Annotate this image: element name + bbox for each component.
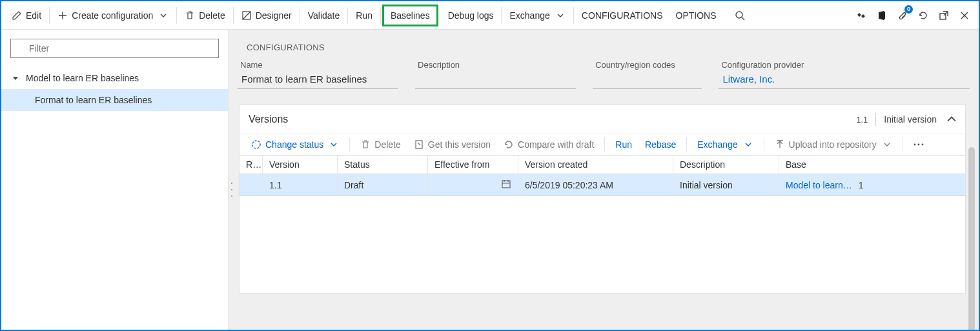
refresh-icon bbox=[918, 10, 928, 21]
version-exchange-label: Exchange bbox=[697, 139, 737, 150]
link-icon bbox=[856, 10, 866, 21]
link-icon-button[interactable] bbox=[853, 8, 869, 23]
configurations-heading: CONFIGURATIONS bbox=[229, 30, 979, 55]
create-configuration-button[interactable]: Create configuration bbox=[51, 6, 175, 25]
cell-status: Draft bbox=[338, 176, 428, 194]
get-version-label: Get this version bbox=[428, 139, 491, 150]
download-icon bbox=[414, 139, 424, 150]
svg-point-6 bbox=[914, 144, 915, 146]
col-status[interactable]: Status bbox=[338, 155, 428, 174]
calendar-icon[interactable] bbox=[501, 179, 511, 189]
version-run-button[interactable]: Run bbox=[609, 137, 638, 152]
version-delete-button[interactable]: Delete bbox=[354, 137, 407, 152]
upload-repo-label: Upload into repository bbox=[789, 139, 877, 150]
svg-point-1 bbox=[736, 12, 742, 18]
grid-empty-area bbox=[240, 196, 965, 293]
toolbar-left: Edit Create configuration Delete Designe… bbox=[5, 5, 853, 26]
designer-button[interactable]: Designer bbox=[235, 6, 298, 25]
version-run-label: Run bbox=[615, 139, 632, 150]
options-label: OPTIONS bbox=[676, 10, 717, 21]
svg-rect-5 bbox=[416, 141, 422, 148]
collapse-versions-icon[interactable] bbox=[947, 116, 956, 123]
rebase-button[interactable]: Rebase bbox=[638, 137, 682, 152]
office-icon bbox=[877, 10, 887, 21]
table-row[interactable]: 1.1 Draft 6/5/2019 05:20:23 AM Initial v… bbox=[240, 174, 965, 196]
tree-node-root[interactable]: Model to learn ER baselines bbox=[1, 67, 228, 89]
versions-grid: R… Version Status Effective from Version… bbox=[240, 155, 965, 196]
compare-label: Compare with draft bbox=[518, 139, 594, 150]
separator bbox=[233, 7, 234, 24]
rebase-label: Rebase bbox=[645, 139, 676, 150]
upload-icon bbox=[775, 139, 785, 150]
delete-label: Delete bbox=[199, 10, 225, 21]
separator bbox=[875, 113, 876, 126]
col-description[interactable]: Description bbox=[673, 155, 779, 174]
value-country[interactable] bbox=[593, 71, 702, 89]
cell-effective bbox=[428, 175, 518, 195]
version-exchange-button[interactable]: Exchange bbox=[691, 137, 759, 152]
more-actions-button[interactable] bbox=[907, 137, 930, 152]
base-version: 1 bbox=[859, 180, 864, 190]
label-description: Description bbox=[415, 60, 576, 70]
change-status-button[interactable]: Change status bbox=[245, 137, 345, 152]
attachments-button[interactable]: 0 bbox=[895, 8, 910, 23]
options-tab[interactable]: OPTIONS bbox=[669, 6, 723, 25]
col-r[interactable]: R… bbox=[240, 155, 263, 174]
debug-logs-button[interactable]: Debug logs bbox=[442, 6, 500, 25]
config-tree: Model to learn ER baselines Format to le… bbox=[1, 67, 228, 111]
baselines-label: Baselines bbox=[391, 10, 430, 21]
col-version[interactable]: Version bbox=[263, 155, 338, 174]
office-icon-button[interactable] bbox=[874, 8, 890, 23]
label-provider: Configuration provider bbox=[719, 60, 970, 70]
plus-icon bbox=[57, 10, 68, 21]
svg-rect-9 bbox=[502, 181, 510, 188]
refresh-button[interactable] bbox=[915, 8, 931, 23]
filter-input[interactable] bbox=[10, 39, 219, 58]
toolbar-right: 0 bbox=[853, 8, 975, 23]
top-toolbar: Edit Create configuration Delete Designe… bbox=[1, 1, 979, 30]
field-description: Description bbox=[415, 60, 576, 89]
chevron-down-icon bbox=[329, 139, 339, 150]
popout-button[interactable] bbox=[936, 8, 952, 23]
run-button[interactable]: Run bbox=[349, 6, 379, 25]
configurations-tab[interactable]: CONFIGURATIONS bbox=[575, 6, 669, 25]
upload-repo-button[interactable]: Upload into repository bbox=[768, 137, 899, 152]
search-icon bbox=[735, 10, 745, 21]
splitter-grip[interactable] bbox=[229, 180, 235, 199]
baselines-button[interactable]: Baselines bbox=[382, 5, 438, 26]
configurations-label: CONFIGURATIONS bbox=[582, 10, 663, 21]
search-button[interactable] bbox=[728, 6, 751, 25]
separator bbox=[573, 7, 574, 24]
designer-label: Designer bbox=[256, 10, 292, 21]
tree-node-child[interactable]: Format to learn ER baselines bbox=[1, 89, 228, 111]
status-cycle-icon bbox=[251, 139, 261, 150]
exchange-button[interactable]: Exchange bbox=[503, 6, 571, 25]
separator bbox=[300, 7, 300, 24]
compare-button[interactable]: Compare with draft bbox=[497, 137, 600, 152]
delete-button[interactable]: Delete bbox=[178, 6, 231, 25]
designer-icon bbox=[241, 10, 252, 21]
versions-title: Versions bbox=[249, 114, 288, 125]
col-base[interactable]: Base bbox=[779, 155, 965, 174]
value-description[interactable] bbox=[415, 71, 576, 89]
value-name[interactable]: Format to learn ER baselines bbox=[238, 71, 398, 89]
close-icon bbox=[959, 10, 970, 21]
value-provider[interactable]: Litware, Inc. bbox=[719, 71, 970, 89]
svg-point-8 bbox=[921, 144, 923, 146]
validate-button[interactable]: Validate bbox=[301, 6, 347, 25]
base-link[interactable]: Model to learn… bbox=[786, 180, 852, 190]
cell-created: 6/5/2019 05:20:23 AM bbox=[518, 176, 673, 194]
get-version-button[interactable]: Get this version bbox=[407, 137, 497, 152]
tree-collapse-icon[interactable] bbox=[13, 75, 22, 81]
trash-icon bbox=[185, 10, 195, 21]
edit-button[interactable]: Edit bbox=[5, 6, 48, 25]
more-icon bbox=[914, 139, 924, 150]
col-created[interactable]: Version created bbox=[518, 155, 673, 174]
run-label: Run bbox=[356, 10, 373, 21]
close-button[interactable] bbox=[957, 8, 972, 23]
compare-icon bbox=[504, 139, 514, 150]
col-effective[interactable]: Effective from bbox=[428, 155, 518, 174]
separator bbox=[903, 137, 903, 152]
versions-panel: Versions 1.1 Initial version Change stat… bbox=[239, 105, 966, 294]
scrollbar-vertical[interactable] bbox=[968, 147, 975, 330]
